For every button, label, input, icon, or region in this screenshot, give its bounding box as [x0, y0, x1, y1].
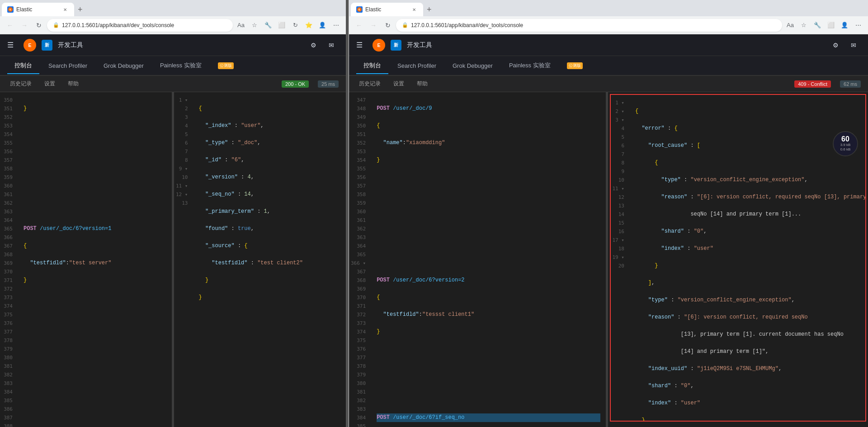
left-nav-tab-grok-debugger[interactable]: Grok Debugger — [96, 59, 151, 74]
out-code-8: "found" : true, — [199, 225, 341, 233]
left-back-button[interactable]: ← — [4, 19, 16, 32]
line-361: 361 — [2, 190, 16, 199]
right-extension2-icon[interactable]: ⬜ — [825, 19, 837, 32]
left-nav-tab-search-profiler[interactable]: Search Profiler — [41, 59, 94, 74]
code-line-365 — [24, 362, 166, 371]
left-read-aloud-icon[interactable]: Aa — [235, 19, 247, 32]
out-line-4: 4 — [176, 122, 192, 130]
right-settings-button[interactable]: 设置 — [391, 79, 407, 89]
r-line-354: 354 — [351, 156, 369, 164]
right-back-button[interactable]: ← — [353, 19, 365, 32]
right-nav-tab-search-profiler[interactable]: Search Profiler — [390, 59, 443, 74]
right-address-bar[interactable]: 🔒 127.0.0.1:5601/app/kibana#/dev_tools/c… — [396, 19, 782, 32]
right-nav-tab-beta[interactable]: 公测版 — [560, 59, 590, 74]
line-365: 365 — [2, 225, 16, 233]
right-forward-button[interactable]: → — [367, 19, 380, 32]
left-browser-window: E Elastic ✕ + ← → ↻ 🔒 127.0.0.1:5601/app… — [0, 0, 346, 427]
left-history-button[interactable]: 历史记录 — [7, 79, 34, 89]
right-header-icons: ⚙ ✉ — [828, 38, 861, 52]
line-364: 364 — [2, 216, 16, 225]
left-refresh-icon[interactable]: ↻ — [289, 19, 302, 32]
left-address-bar[interactable]: 🔒 127.0.0.1:5601/app/kibana#/dev_tools/c… — [47, 19, 233, 32]
right-nav-tab-console[interactable]: 控制台 — [356, 58, 388, 74]
left-editor-area: 350 351 352 353 354 355 356 357 358 359 — [0, 92, 346, 427]
r-line-367: 367 — [351, 267, 369, 276]
right-new-tab-button[interactable]: + — [423, 3, 435, 16]
r-line-356: 356 — [351, 173, 369, 182]
left-output-code[interactable]: { "_index" : "user", "_type" : "_doc", "… — [193, 92, 346, 427]
left-nav-tab-painless[interactable]: Painless 实验室 — [153, 58, 209, 74]
r-line-375: 375 — [351, 336, 369, 345]
r-line-364: 364 — [351, 242, 369, 250]
right-hamburger-icon[interactable]: ☰ — [356, 41, 367, 49]
left-dev-tools-content: 历史记录 设置 帮助 200 - OK 25 ms 350 351 352 — [0, 76, 346, 427]
right-output-code-area: 1 ▾ 2 ▾ 3 ▾ 4 5 6 7 8 9 10 — [611, 95, 866, 421]
svg-text:E: E — [377, 42, 380, 48]
right-history-button[interactable]: 历史记录 — [356, 79, 383, 89]
r-code-358: { — [377, 293, 600, 302]
right-nav-tab-grok-debugger-label: Grok Debugger — [453, 62, 493, 69]
right-tab-close[interactable]: ✕ — [410, 6, 418, 13]
svg-text:E: E — [359, 8, 360, 11]
r-line-358: 358 — [351, 190, 369, 199]
left-kibana-nav: 控制台 Search Profiler Grok Debugger Painle… — [0, 56, 346, 76]
right-input-code[interactable]: POST /user/_doc/9 { "name":"xiaomdding" … — [371, 92, 605, 427]
left-settings-button[interactable]: 设置 — [42, 79, 58, 89]
right-mail-icon[interactable]: ✉ — [846, 38, 861, 52]
right-nav-tab-beta-badge: 公测版 — [567, 62, 583, 69]
right-input-pane: 347 348 349 350 351 352 353 354 355 356 — [349, 92, 606, 427]
left-nav-tab-beta[interactable]: 公测版 — [211, 59, 241, 74]
left-browser-tab[interactable]: E Elastic ✕ — [2, 3, 74, 16]
left-share-icon[interactable]: ⭐ — [302, 19, 315, 32]
left-hamburger-icon[interactable]: ☰ — [7, 41, 18, 49]
out-line-8: 8 — [176, 156, 192, 164]
ro-code-12b: [14] and primary term [1]", — [635, 347, 860, 356]
right-profile-icon[interactable]: 👤 — [838, 19, 851, 32]
line-358: 358 — [2, 164, 16, 173]
right-extension1-icon[interactable]: 🔧 — [811, 19, 824, 32]
left-profile-icon[interactable]: 👤 — [316, 19, 329, 32]
right-code-area: 347 348 349 350 351 352 353 354 355 356 — [349, 92, 606, 427]
right-settings-icon[interactable]: ⚙ — [828, 38, 843, 52]
right-address-url: 127.0.0.1:5601/app/kibana#/dev_tools/con… — [411, 22, 776, 28]
right-output-code[interactable]: { "error" : { "root_cause" : [ { "type" … — [630, 95, 865, 421]
right-browser-tab[interactable]: E Elastic ✕ — [351, 3, 423, 16]
line-383: 383 — [2, 379, 16, 388]
r-code-350: } — [377, 156, 600, 164]
left-forward-button[interactable]: → — [18, 19, 31, 32]
right-nav-tab-painless[interactable]: Painless 实验室 — [502, 58, 558, 74]
left-mail-icon[interactable]: ✉ — [324, 38, 339, 52]
r-line-348: 348 — [351, 104, 369, 113]
left-extension1-icon[interactable]: 🔧 — [262, 19, 274, 32]
code-line-350: } — [24, 104, 166, 113]
left-favorites-icon[interactable]: ☆ — [248, 19, 261, 32]
left-help-button[interactable]: 帮助 — [65, 79, 81, 89]
ro-code-3: "root_cause" : [ — [635, 141, 860, 150]
left-nav-tab-search-profiler-label: Search Profiler — [48, 62, 87, 69]
r-code-363 — [377, 379, 600, 388]
ro-code-14: "shard" : "0", — [635, 382, 860, 390]
left-tab-close[interactable]: ✕ — [61, 6, 69, 13]
left-settings-icon[interactable]: ⚙ — [306, 38, 321, 52]
r-line-381: 381 — [351, 388, 369, 396]
right-help-button[interactable]: 帮助 — [414, 79, 430, 89]
r-line-351: 351 — [351, 130, 369, 139]
left-new-tab-button[interactable]: + — [74, 3, 86, 16]
left-kibana-app: ☰ E 新 开发工具 ⚙ ✉ 控制台 Search Profiler — [0, 34, 346, 427]
right-nav-tab-grok-debugger[interactable]: Grok Debugger — [445, 59, 500, 74]
left-input-code[interactable]: } POST /user/_doc/6?version=1 { "testfid… — [18, 92, 172, 427]
left-nav-tab-console[interactable]: 控制台 — [7, 58, 39, 74]
left-extension2-icon[interactable]: ⬜ — [275, 19, 288, 32]
line-353: 353 — [2, 122, 16, 130]
line-356: 356 — [2, 147, 16, 156]
right-read-aloud-icon[interactable]: Aa — [784, 19, 797, 32]
left-more-icon[interactable]: ⋯ — [330, 19, 342, 32]
r-line-360: 360 — [351, 207, 369, 216]
line-378: 378 — [2, 336, 16, 345]
left-reload-button[interactable]: ↻ — [33, 19, 45, 32]
right-favorites-icon[interactable]: ☆ — [797, 19, 810, 32]
right-more-icon[interactable]: ⋯ — [852, 19, 864, 32]
r-line-383: 383 — [351, 405, 369, 413]
out-line-12: 12 ▾ — [176, 190, 192, 199]
right-reload-button[interactable]: ↻ — [382, 19, 394, 32]
